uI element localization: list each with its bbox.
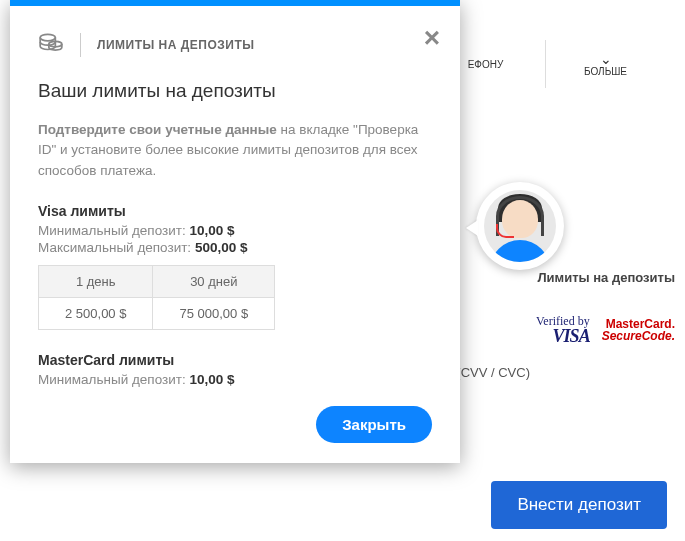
modal-header-title: ЛИМИТЫ НА ДЕПОЗИТЫ [97,38,254,52]
support-avatar-icon [484,190,556,262]
deposit-limits-modal: × ЛИМИТЫ НА ДЕПОЗИТЫ Ваши лимиты на депо… [10,0,460,463]
mc-min-deposit: Минимальный депозит: 10,00 $ [38,372,422,387]
table-row: 2 500,00 $ 75 000,00 $ [39,297,275,329]
coins-icon [38,30,64,60]
col-1day: 1 день [39,265,153,297]
mastercard-securecode-logo: MasterCard. SecureCode. [602,318,675,342]
verified-by-visa-logo: Verified by VISA [536,315,590,345]
divider [80,33,81,57]
visa-min-deposit: Минимальный депозит: 10,00 $ [38,223,422,238]
support-chat-bubble[interactable] [476,182,564,270]
visa-limits-table: 1 день 30 дней 2 500,00 $ 75 000,00 $ [38,265,275,330]
col-30days: 30 дней [153,265,275,297]
visa-limits-section: Visa лимиты Минимальный депозит: 10,00 $… [38,203,422,330]
visa-limits-title: Visa лимиты [38,203,422,219]
nav-more-label: БОЛЬШЕ [584,66,627,77]
val-30days: 75 000,00 $ [153,297,275,329]
nav-more[interactable]: ⌄ БОЛЬШЕ [545,40,665,88]
modal-scroll-area[interactable]: Ваши лимиты на депозиты Подтвердите свои… [38,80,432,390]
chevron-down-icon: ⌄ [600,52,612,66]
card-security-logos: Verified by VISA MasterCard. SecureCode. [536,315,675,345]
close-button[interactable]: Закрыть [316,406,432,443]
deposit-button[interactable]: Внести депозит [491,481,667,529]
mastercard-limits-section: MasterCard лимиты Минимальный депозит: 1… [38,352,422,390]
modal-subtitle: Ваши лимиты на депозиты [38,80,422,102]
mastercard-limits-title: MasterCard лимиты [38,352,422,368]
svg-point-0 [40,34,55,41]
table-row: 1 день 30 дней [39,265,275,297]
cvv-label: (CVV / CVC) [456,365,530,380]
modal-description: Подтвердите свои учетные данные на вклад… [38,120,422,181]
val-1day: 2 500,00 $ [39,297,153,329]
nav-phone-label: ЕФОНУ [468,59,504,70]
visa-max-deposit: Максимальный депозит: 500,00 $ [38,240,422,255]
close-icon[interactable]: × [424,24,440,52]
limits-link[interactable]: Лимиты на депозиты [536,270,675,285]
